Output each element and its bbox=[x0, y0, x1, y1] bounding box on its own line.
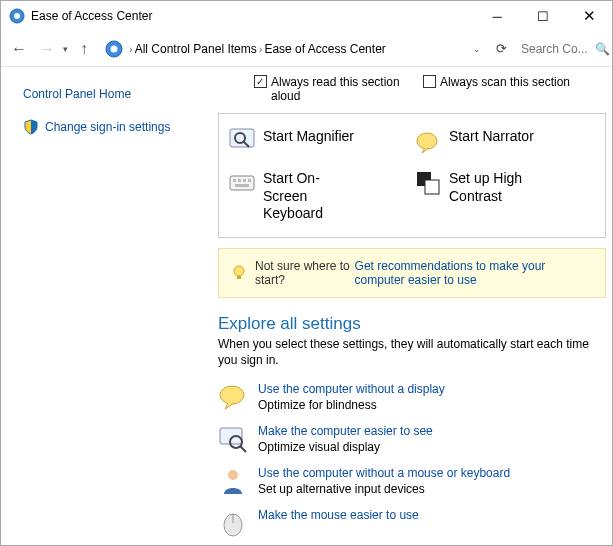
cat-desc-1: Optimize visual display bbox=[258, 440, 433, 454]
explore-subtext: When you select these settings, they wil… bbox=[218, 336, 606, 368]
address-dropdown[interactable]: ⌄ bbox=[473, 44, 481, 54]
svg-rect-17 bbox=[237, 276, 241, 279]
settings-category-list: Use the computer without a display Optim… bbox=[218, 382, 606, 538]
refresh-button[interactable]: ⟳ bbox=[490, 41, 512, 56]
checkbox-checked-icon: ✓ bbox=[254, 75, 267, 88]
cat-link-0[interactable]: Use the computer without a display bbox=[258, 382, 445, 396]
control-panel-home-link[interactable]: Control Panel Home bbox=[23, 87, 206, 101]
breadcrumb-item-ease[interactable]: Ease of Access Center bbox=[264, 42, 385, 56]
hint-question: Not sure where to start? bbox=[255, 259, 352, 287]
chevron-right-icon: › bbox=[259, 43, 263, 55]
chevron-right-icon: › bbox=[129, 43, 133, 55]
maximize-button[interactable]: ☐ bbox=[520, 1, 566, 31]
svg-rect-15 bbox=[425, 180, 439, 194]
svg-rect-11 bbox=[243, 179, 246, 182]
start-osk[interactable]: Start On-Screen Keyboard bbox=[229, 170, 409, 223]
close-button[interactable]: ✕ bbox=[566, 1, 612, 31]
svg-point-1 bbox=[14, 13, 20, 19]
contrast-icon bbox=[415, 170, 441, 196]
change-signin-label: Change sign-in settings bbox=[45, 120, 170, 134]
svg-line-21 bbox=[240, 446, 246, 452]
always-scan-checkbox[interactable]: Always scan this section bbox=[423, 75, 570, 103]
svg-point-18 bbox=[220, 386, 244, 404]
contrast-label: Set up High Contrast bbox=[449, 170, 539, 205]
cat-link-1[interactable]: Make the computer easier to see bbox=[258, 424, 433, 438]
cat-link-2[interactable]: Use the computer without a mouse or keyb… bbox=[258, 466, 510, 480]
search-box[interactable]: 🔍 bbox=[516, 38, 606, 60]
monitor-magnifier-icon bbox=[218, 424, 248, 454]
cat-desc-2: Set up alternative input devices bbox=[258, 482, 510, 496]
control-panel-icon bbox=[105, 40, 123, 58]
cat-mouse-easier: Make the mouse easier to use bbox=[218, 508, 606, 538]
cat-easier-to-see: Make the computer easier to see Optimize… bbox=[218, 424, 606, 454]
start-narrator[interactable]: Start Narrator bbox=[415, 128, 595, 154]
cat-without-mouse-keyboard: Use the computer without a mouse or keyb… bbox=[218, 466, 606, 496]
content-area: Control Panel Home Change sign-in settin… bbox=[1, 67, 612, 545]
cat-desc-0: Optimize for blindness bbox=[258, 398, 445, 412]
setup-high-contrast[interactable]: Set up High Contrast bbox=[415, 170, 595, 223]
narrator-icon bbox=[415, 128, 441, 154]
left-nav: Control Panel Home Change sign-in settin… bbox=[1, 67, 216, 545]
always-scan-label: Always scan this section bbox=[440, 75, 570, 89]
breadcrumb-item-all[interactable]: All Control Panel Items bbox=[135, 42, 257, 56]
window-title: Ease of Access Center bbox=[31, 9, 474, 23]
svg-rect-4 bbox=[230, 129, 254, 147]
svg-point-16 bbox=[234, 266, 244, 276]
svg-point-22 bbox=[228, 470, 238, 480]
app-icon bbox=[9, 8, 25, 24]
magnifier-label: Start Magnifier bbox=[263, 128, 354, 146]
main-panel[interactable]: ✓ Always read this section aloud Always … bbox=[216, 67, 612, 545]
toolbar: ← → ▾ ↑ › All Control Panel Items › Ease… bbox=[1, 31, 612, 67]
svg-point-3 bbox=[111, 45, 118, 52]
keyboard-icon bbox=[229, 170, 255, 196]
start-magnifier[interactable]: Start Magnifier bbox=[229, 128, 409, 154]
quick-checkboxes: ✓ Always read this section aloud Always … bbox=[218, 71, 606, 113]
svg-rect-10 bbox=[238, 179, 241, 182]
change-signin-link[interactable]: Change sign-in settings bbox=[23, 119, 206, 135]
svg-point-7 bbox=[417, 133, 437, 149]
osk-label: Start On-Screen Keyboard bbox=[263, 170, 353, 223]
mouse-icon bbox=[218, 508, 248, 538]
breadcrumb[interactable]: › All Control Panel Items › Ease of Acce… bbox=[100, 36, 486, 62]
minimize-button[interactable]: ─ bbox=[474, 1, 520, 31]
quick-tools-panel: Start Magnifier Start Narrator Start On-… bbox=[218, 113, 606, 238]
history-dropdown[interactable]: ▾ bbox=[63, 44, 68, 54]
shield-icon bbox=[23, 119, 39, 135]
checkbox-empty-icon bbox=[423, 75, 436, 88]
search-icon: 🔍 bbox=[595, 42, 610, 56]
hint-link[interactable]: Get recommendations to make your compute… bbox=[355, 259, 593, 287]
always-read-checkbox[interactable]: ✓ Always read this section aloud bbox=[254, 75, 411, 103]
person-icon bbox=[218, 466, 248, 496]
svg-rect-13 bbox=[235, 184, 249, 187]
narrator-label: Start Narrator bbox=[449, 128, 534, 146]
titlebar: Ease of Access Center ─ ☐ ✕ bbox=[1, 1, 612, 31]
search-input[interactable] bbox=[521, 42, 593, 56]
cat-without-display: Use the computer without a display Optim… bbox=[218, 382, 606, 412]
explore-heading: Explore all settings bbox=[218, 314, 606, 334]
svg-rect-8 bbox=[230, 176, 254, 190]
up-button[interactable]: ↑ bbox=[72, 37, 96, 61]
lightbulb-icon bbox=[231, 265, 247, 281]
magnifier-icon bbox=[229, 128, 255, 154]
back-button[interactable]: ← bbox=[7, 37, 31, 61]
forward-button[interactable]: → bbox=[35, 37, 59, 61]
recommendation-hint: Not sure where to start? Get recommendat… bbox=[218, 248, 606, 298]
always-read-label: Always read this section aloud bbox=[271, 75, 411, 103]
cat-link-3[interactable]: Make the mouse easier to use bbox=[258, 508, 419, 522]
speech-bubble-icon bbox=[218, 382, 248, 412]
svg-rect-12 bbox=[248, 179, 251, 182]
svg-rect-9 bbox=[233, 179, 236, 182]
